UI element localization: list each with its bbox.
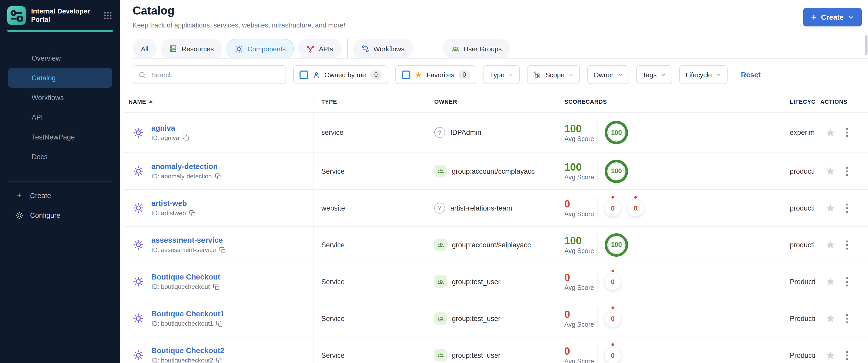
- avg-score-value: 0: [564, 272, 594, 283]
- search-input[interactable]: [150, 70, 277, 79]
- column-header-type[interactable]: TYPE: [313, 98, 430, 105]
- lifecycle-value: production: [777, 190, 815, 226]
- scorecard-badge[interactable]: 0: [605, 347, 621, 363]
- owner-name: artist-relations-team: [450, 204, 512, 212]
- tab-user-groups[interactable]: User Groups: [443, 39, 510, 59]
- component-gear-icon: [133, 202, 144, 214]
- column-header-lifecycle[interactable]: LIFECYCLE: [777, 98, 815, 105]
- tab-components[interactable]: Components: [226, 39, 294, 59]
- search-box[interactable]: [133, 65, 286, 84]
- scorecard-badge[interactable]: 0: [605, 200, 621, 216]
- column-header-name[interactable]: NAME: [124, 98, 313, 105]
- kebab-menu-icon[interactable]: [846, 203, 848, 213]
- scorecard-divider: [597, 234, 598, 256]
- scope-tree-icon: [533, 71, 541, 79]
- tab-resources[interactable]: Resources: [161, 39, 222, 59]
- kebab-menu-icon[interactable]: [846, 166, 848, 176]
- scorecard-badge[interactable]: 100: [605, 233, 628, 256]
- reset-filters-link[interactable]: Reset: [741, 70, 761, 79]
- scorecard-badge[interactable]: 100: [605, 121, 628, 144]
- component-name-link[interactable]: Boutique Checkout1: [151, 310, 224, 318]
- favorite-star-icon[interactable]: [826, 351, 835, 360]
- column-header-owner[interactable]: OWNER: [430, 98, 557, 105]
- component-name-link[interactable]: Boutique Checkout: [151, 273, 220, 281]
- copy-icon[interactable]: [216, 320, 223, 327]
- owned-by-me-checkbox[interactable]: [300, 70, 308, 79]
- favorite-star-icon[interactable]: [826, 203, 835, 213]
- sidebar-item-testnewpage[interactable]: TestNewPage: [8, 127, 112, 147]
- type-filter-dropdown[interactable]: Type: [484, 65, 520, 84]
- copy-icon[interactable]: [189, 210, 196, 216]
- table-row[interactable]: assessment-serviceID: assessment-service…: [124, 226, 868, 264]
- owner-filter-dropdown[interactable]: Owner: [587, 65, 629, 84]
- scorecard-badge[interactable]: 0: [627, 200, 644, 216]
- chevron-down-icon: [716, 72, 721, 77]
- favorites-count: 0: [458, 70, 470, 79]
- star-icon: ★: [414, 70, 423, 79]
- lifecycle-filter-dropdown[interactable]: Lifecycle: [679, 65, 727, 84]
- copy-icon[interactable]: [182, 134, 189, 141]
- kebab-menu-icon[interactable]: [846, 127, 848, 138]
- copy-icon[interactable]: [219, 247, 226, 253]
- component-name-link[interactable]: agniva: [151, 124, 189, 132]
- tab-all[interactable]: All: [133, 39, 157, 59]
- apps-grid-icon[interactable]: [104, 11, 112, 22]
- table-row[interactable]: anomaly-detectionID: anomaly-detectionSe…: [124, 153, 868, 190]
- avg-score-label: Avg Score: [564, 135, 594, 142]
- component-type: Service: [313, 337, 430, 363]
- table-row[interactable]: Boutique CheckoutID: boutiquecheckoutSer…: [124, 264, 868, 300]
- column-header-scorecards[interactable]: SCORECARDS: [557, 98, 777, 105]
- favorite-star-icon[interactable]: [826, 167, 835, 176]
- copy-icon[interactable]: [213, 283, 220, 290]
- chevron-down-icon: [661, 72, 666, 77]
- sidebar-configure-button[interactable]: Configure: [8, 205, 112, 225]
- page-title: Catalog: [133, 4, 175, 18]
- copy-icon[interactable]: [215, 173, 221, 180]
- favorite-star-icon[interactable]: [826, 314, 835, 323]
- component-name-link[interactable]: assessment-service: [151, 236, 226, 244]
- workflows-icon: [361, 44, 370, 53]
- kebab-menu-icon[interactable]: [846, 313, 848, 323]
- kebab-menu-icon[interactable]: [846, 277, 848, 286]
- table-header: NAME TYPE OWNER SCORECARDS LIFECYCLE ACT…: [124, 91, 868, 113]
- table-body: agnivaID: agnivaservice?IDPAdmin100Avg S…: [124, 113, 868, 363]
- component-name-link[interactable]: anomaly-detection: [151, 162, 221, 171]
- tab-apis[interactable]: APIs: [298, 39, 341, 59]
- scorecard-badge[interactable]: 100: [605, 159, 628, 183]
- sidebar-bottom: + Create Configure: [0, 181, 120, 225]
- component-name-link[interactable]: artist-web: [151, 199, 196, 207]
- lifecycle-value: Production: [777, 337, 815, 363]
- sidebar-item-workflows[interactable]: Workflows: [8, 88, 112, 107]
- sidebar-item-catalog[interactable]: Catalog: [8, 68, 112, 88]
- table-row[interactable]: agnivaID: agnivaservice?IDPAdmin100Avg S…: [124, 113, 868, 153]
- create-button[interactable]: + Create: [804, 8, 862, 26]
- table-row[interactable]: Boutique Checkout2ID: boutiquecheckout2S…: [124, 337, 868, 363]
- component-gear-icon: [133, 313, 144, 324]
- component-gear-icon: [133, 350, 144, 361]
- table-row[interactable]: artist-webID: artistwebwebsite?artist-re…: [124, 190, 868, 226]
- tab-workflows[interactable]: Workflows: [353, 39, 413, 59]
- component-type: website: [313, 190, 430, 226]
- scorecard-badge[interactable]: 0: [605, 310, 621, 327]
- owned-by-me-filter[interactable]: Owned by me 0: [293, 65, 388, 84]
- scorecard-badge[interactable]: 0: [605, 274, 621, 290]
- favorite-star-icon[interactable]: [826, 277, 835, 286]
- favorite-star-icon[interactable]: [826, 128, 835, 137]
- tags-filter-dropdown[interactable]: Tags: [636, 65, 672, 84]
- sidebar-item-overview[interactable]: Overview: [8, 48, 112, 68]
- scope-filter-dropdown[interactable]: Scope: [527, 65, 580, 84]
- table-row[interactable]: Boutique Checkout1ID: boutiquecheckout1S…: [124, 300, 868, 337]
- vertical-scrollbar-thumb[interactable]: [865, 35, 867, 55]
- component-name-link[interactable]: Boutique Checkout2: [151, 346, 224, 355]
- kebab-menu-icon[interactable]: [846, 350, 848, 360]
- favorites-filter[interactable]: ★ Favorites 0: [395, 65, 476, 84]
- favorites-checkbox[interactable]: [402, 70, 410, 79]
- copy-icon[interactable]: [216, 357, 223, 363]
- favorite-star-icon[interactable]: [826, 240, 835, 249]
- person-icon: [312, 71, 320, 79]
- sidebar-item-api[interactable]: API: [8, 107, 112, 127]
- sidebar-item-docs[interactable]: Docs: [8, 147, 112, 167]
- kebab-menu-icon[interactable]: [846, 240, 848, 250]
- sidebar-create-button[interactable]: + Create: [8, 186, 112, 205]
- plus-icon: +: [14, 190, 24, 201]
